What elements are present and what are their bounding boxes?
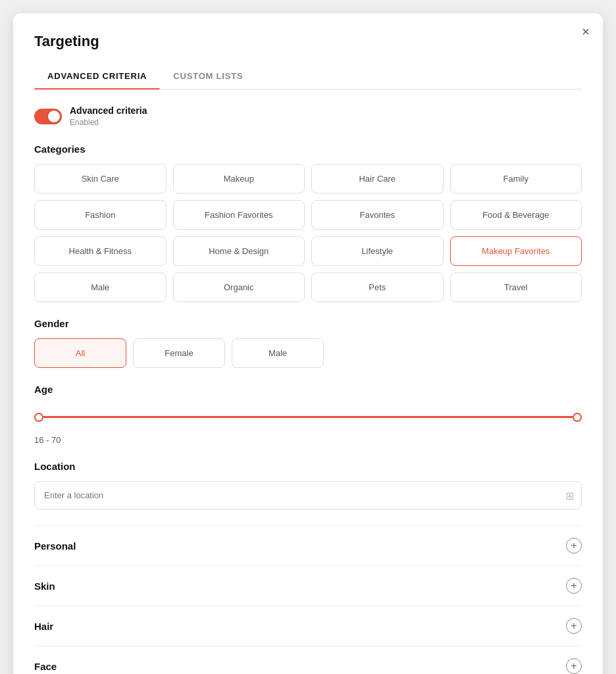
gender-label: Gender [34,318,582,329]
accordion-item-face[interactable]: Face + [34,646,582,674]
accordion-expand-icon-personal: + [566,538,582,554]
category-btn-fashion-favorites[interactable]: Fashion Favorites [173,200,305,230]
categories-section: Categories Skin CareMakeupHair CareFamil… [34,143,582,302]
close-button[interactable]: × [582,25,590,38]
age-section: Age 16 - 70 [34,384,582,445]
category-btn-pets[interactable]: Pets [311,272,444,302]
accordion-expand-icon-skin: + [566,578,582,594]
age-slider[interactable] [34,404,582,430]
toggle-sub-label: Enabled [70,118,99,127]
age-range-label: 16 - 70 [34,435,582,445]
accordion-label-personal: Personal [34,540,76,552]
accordion-item-hair[interactable]: Hair + [34,606,582,646]
accordion-label-face: Face [34,661,57,672]
category-btn-food-beverage[interactable]: Food & Beverage [450,200,582,230]
category-btn-health-fitness[interactable]: Health & Fitness [34,236,167,266]
categories-label: Categories [34,143,582,155]
category-btn-lifestyle[interactable]: Lifestyle [311,236,444,266]
category-btn-favorites[interactable]: Favorites [311,200,444,230]
gender-btn-all[interactable]: All [34,338,126,368]
category-btn-fashion[interactable]: Fashion [34,200,167,230]
category-btn-skin-care[interactable]: Skin Care [34,164,167,194]
location-pin-icon: ⊞ [565,489,574,502]
age-label: Age [34,384,582,395]
tabs-container: ADVANCED CRITERIA CUSTOM LISTS [34,63,582,90]
location-section: Location ⊞ [34,461,582,509]
gender-btn-male[interactable]: Male [232,338,324,368]
category-btn-family[interactable]: Family [450,164,582,194]
advanced-criteria-toggle-row: Advanced criteria Enabled [34,105,582,128]
category-btn-male[interactable]: Male [34,272,167,302]
gender-section: Gender AllFemaleMale [34,318,582,368]
modal-title: Targeting [34,33,582,50]
location-label: Location [34,461,582,472]
category-btn-organic[interactable]: Organic [173,272,305,302]
targeting-modal: × Targeting ADVANCED CRITERIA CUSTOM LIS… [13,13,603,674]
category-btn-makeup-favorites[interactable]: Makeup Favorites [450,236,582,266]
location-input[interactable] [34,481,582,509]
advanced-criteria-toggle[interactable] [34,109,62,124]
accordion-item-personal[interactable]: Personal + [34,526,582,566]
toggle-text: Advanced criteria Enabled [70,105,147,128]
accordion-item-skin[interactable]: Skin + [34,566,582,606]
category-btn-home-design[interactable]: Home & Design [173,236,305,266]
slider-track [34,416,582,418]
location-input-wrap: ⊞ [34,481,582,509]
accordion-expand-icon-face: + [566,658,582,674]
accordion-section: Personal + Skin + Hair + Face + [34,525,582,674]
categories-grid: Skin CareMakeupHair CareFamilyFashionFas… [34,164,582,302]
age-max-thumb[interactable] [573,413,582,422]
tab-advanced-criteria[interactable]: ADVANCED CRITERIA [34,63,160,89]
age-min-thumb[interactable] [34,413,43,422]
category-btn-makeup[interactable]: Makeup [173,164,305,194]
category-btn-travel[interactable]: Travel [450,272,582,302]
gender-btn-female[interactable]: Female [133,338,225,368]
category-btn-hair-care[interactable]: Hair Care [311,164,444,194]
gender-grid: AllFemaleMale [34,338,582,368]
accordion-label-hair: Hair [34,621,53,632]
accordion-expand-icon-hair: + [566,618,582,634]
toggle-label: Advanced criteria [70,105,147,116]
tab-custom-lists[interactable]: CUSTOM LISTS [160,63,256,89]
accordion-label-skin: Skin [34,581,55,592]
